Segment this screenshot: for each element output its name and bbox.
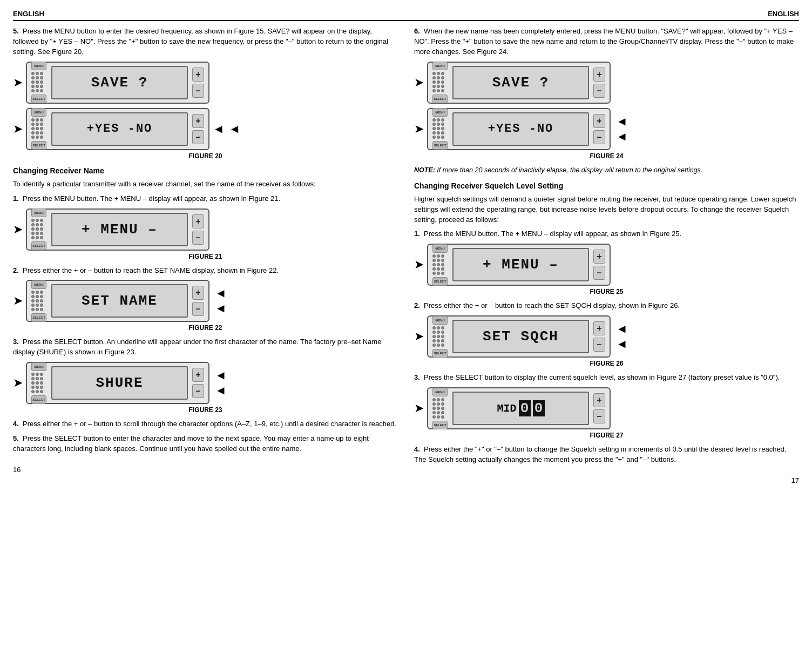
section-heading-name: Changing Receiver Name bbox=[13, 165, 398, 176]
screen-text-26: SET SQCH bbox=[483, 328, 559, 345]
squelch-step1-text: 1. Press the MENU button. The + MENU – d… bbox=[414, 229, 799, 239]
fig27-label: FIGURE 27 bbox=[414, 432, 799, 439]
screen-text-22: SET NAME bbox=[82, 293, 158, 309]
figure-26: ➤ MENU SELECT SET SQCH bbox=[414, 315, 799, 358]
device-20a: MENU SELECT SAVE ? + – bbox=[26, 62, 209, 104]
minus-btn-22: – bbox=[192, 302, 204, 316]
plus-btn-24a: + bbox=[593, 68, 605, 82]
arrow-left-24b: ➤ bbox=[414, 123, 424, 135]
mid-display-27: MID 0 0 bbox=[497, 400, 544, 416]
arrow-left-20b: ➤ bbox=[13, 123, 23, 135]
arrow-right-20b1: ◄ bbox=[213, 123, 225, 135]
device-left-panel-20a: MENU SELECT bbox=[31, 62, 47, 103]
select-btn-27: SELECT bbox=[432, 421, 448, 429]
squelch-step3-text: 3. Press the SELECT button to display th… bbox=[414, 373, 799, 383]
screen-24a: SAVE ? bbox=[452, 66, 589, 99]
dot-grid-22 bbox=[31, 291, 44, 312]
device-left-panel-21: MENU SELECT bbox=[31, 208, 47, 250]
step3-text: 3. Press the SELECT button. An underline… bbox=[13, 337, 398, 358]
device-24a: MENU SELECT SAVE ? + – bbox=[427, 62, 611, 104]
select-btn-25: SELECT bbox=[432, 277, 448, 286]
block-char-2: 0 bbox=[533, 400, 545, 416]
right-panel-27: + – bbox=[593, 393, 605, 423]
figure-24b: ➤ MENU SELECT +YES -NO bbox=[414, 108, 799, 150]
screen-text-25: + MENU – bbox=[483, 257, 559, 273]
arrow-right-26b: ◄ bbox=[616, 338, 628, 350]
step4-text: 4. Press either the + or – button to scr… bbox=[13, 419, 398, 429]
device-left-panel-26: MENU SELECT bbox=[432, 316, 448, 358]
screen-text-24a: SAVE ? bbox=[492, 75, 550, 91]
intro-text-squelch: Higher squelch settings will demand a qu… bbox=[414, 194, 799, 225]
device-23: MENU SELECT SHURE + – bbox=[26, 362, 209, 404]
arrow-right-22a: ◄ bbox=[215, 287, 227, 299]
arrow-left-21: ➤ bbox=[13, 224, 23, 235]
dot-grid-24b bbox=[432, 118, 445, 139]
select-btn-24b: SELECT bbox=[432, 141, 448, 150]
screen-20b: +YES -NO bbox=[51, 112, 188, 146]
plus-btn-24b: + bbox=[593, 114, 605, 128]
plus-btn-21: + bbox=[192, 214, 204, 228]
screen-25: + MENU – bbox=[452, 248, 589, 281]
menu-btn-27: MENU bbox=[432, 388, 448, 396]
dot-grid-26 bbox=[432, 326, 445, 347]
figure-22: ➤ MENU SELECT SET NAME bbox=[13, 280, 398, 322]
right-panel-24b: + – bbox=[593, 114, 605, 144]
figure-20a: ➤ MENU SELECT SAVE ? bbox=[13, 62, 398, 104]
arrow-right-26a: ◄ bbox=[616, 323, 628, 335]
device-22: MENU SELECT SET NAME + – bbox=[26, 280, 209, 322]
step5-text: 5. Press the MENU button to enter the de… bbox=[13, 26, 398, 57]
figure-27: ➤ MENU SELECT MID 0 bbox=[414, 387, 799, 429]
arrow-left-20a: ➤ bbox=[13, 77, 23, 89]
dot-grid-25 bbox=[432, 254, 445, 275]
arrow-left-25: ➤ bbox=[414, 259, 424, 271]
arrow-right-23a: ◄ bbox=[215, 369, 227, 381]
plus-btn-22: + bbox=[192, 286, 204, 300]
fig21-label: FIGURE 21 bbox=[13, 253, 398, 260]
right-panel-21: + – bbox=[192, 214, 204, 245]
page-num-left: 16 bbox=[13, 465, 398, 475]
right-panel-24a: + – bbox=[593, 68, 605, 98]
device-left-panel-23: MENU SELECT bbox=[31, 362, 47, 404]
step1-text: 1. Press the MENU button. The + MENU – d… bbox=[13, 194, 398, 204]
section-heading-squelch: Changing Receiver Squelch Level Setting bbox=[414, 180, 799, 191]
device-left-panel-20b: MENU SELECT bbox=[31, 108, 47, 150]
plus-btn-25: + bbox=[593, 250, 605, 264]
right-column: 6. When the new name has been completely… bbox=[414, 26, 799, 490]
fig26-label: FIGURE 26 bbox=[414, 360, 799, 367]
plus-btn-23: + bbox=[192, 368, 204, 382]
fig25-label: FIGURE 25 bbox=[414, 288, 799, 295]
plus-btn-26: + bbox=[593, 321, 605, 335]
step5b-text: 5. Press the SELECT button to enter the … bbox=[13, 434, 398, 454]
right-panel-20a: + – bbox=[192, 68, 204, 98]
minus-btn-27: – bbox=[593, 409, 605, 423]
device-left-panel-27: MENU SELECT bbox=[432, 388, 448, 429]
minus-btn-21: – bbox=[192, 231, 204, 245]
page-header: ENGLISH ENGLISH bbox=[13, 10, 799, 21]
left-column: 5. Press the MENU button to enter the de… bbox=[13, 26, 398, 490]
minus-btn-23: – bbox=[192, 384, 204, 398]
dot-grid-21 bbox=[31, 219, 44, 240]
minus-btn-24b: – bbox=[593, 130, 605, 144]
menu-btn-24a: MENU bbox=[432, 62, 448, 70]
device-left-panel-25: MENU SELECT bbox=[432, 244, 448, 286]
select-btn-24a: SELECT bbox=[432, 95, 448, 103]
minus-btn-20b: – bbox=[192, 130, 204, 144]
select-btn-20a: SELECT bbox=[31, 95, 46, 103]
screen-text-20b: +YES -NO bbox=[87, 122, 153, 136]
screen-text-23: SHURE bbox=[96, 375, 143, 391]
screen-22: SET NAME bbox=[51, 284, 188, 318]
right-panel-20b: + – bbox=[192, 114, 204, 144]
device-21: MENU SELECT + MENU – + – bbox=[26, 208, 209, 251]
screen-24b: +YES -NO bbox=[452, 112, 589, 146]
device-left-panel-22: MENU SELECT bbox=[31, 280, 47, 322]
right-panel-25: + – bbox=[593, 250, 605, 280]
squelch-step4-text: 4. Press either the "+" or "–" button to… bbox=[414, 445, 799, 465]
dot-grid-24a bbox=[432, 72, 445, 93]
figure-20b: ➤ MENU SELECT +YES -NO bbox=[13, 108, 398, 150]
device-25: MENU SELECT + MENU – + – bbox=[427, 244, 611, 286]
select-btn-23: SELECT bbox=[31, 395, 46, 404]
screen-text-24b: +YES -NO bbox=[488, 122, 554, 136]
menu-btn-20a: MENU bbox=[31, 62, 46, 70]
menu-btn-25: MENU bbox=[432, 244, 448, 253]
figure-24a: ➤ MENU SELECT SAVE ? bbox=[414, 62, 799, 104]
